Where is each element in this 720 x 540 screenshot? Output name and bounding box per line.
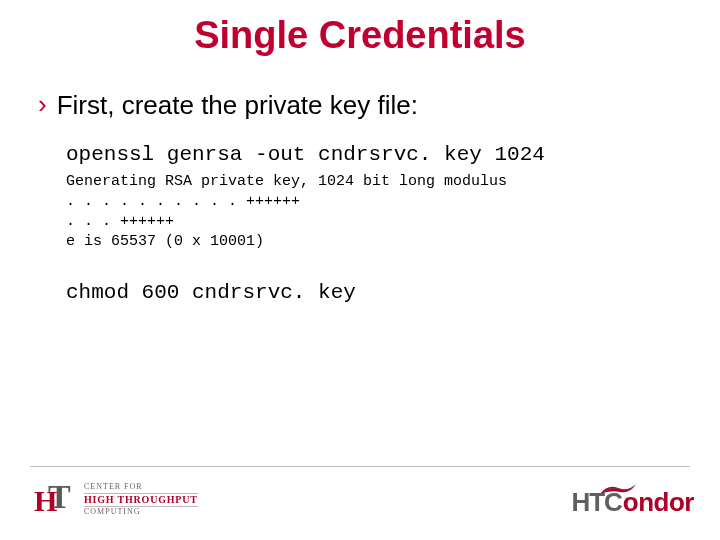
- chtc-line3: COMPUTING: [84, 506, 198, 516]
- bullet-text: First, create the private key file:: [57, 90, 418, 120]
- bullet-item: › First, create the private key file:: [38, 90, 678, 120]
- htcondor-logo: HTC ondor: [571, 487, 694, 518]
- command-output: Generating RSA private key, 1024 bit lon…: [66, 172, 678, 252]
- htcondor-text-ondor: ondor: [623, 487, 694, 518]
- chtc-logo-text: CENTER FOR HIGH THROUGHPUT COMPUTING: [84, 483, 198, 516]
- ht-mark-icon: H T: [34, 480, 76, 520]
- chtc-line2: HIGH THROUGHPUT: [84, 495, 198, 506]
- slide: Single Credentials › First, create the p…: [0, 0, 720, 540]
- slide-title: Single Credentials: [0, 14, 720, 57]
- command-line-2: chmod 600 cndrsrvc. key: [66, 280, 678, 306]
- ht-t-letter: T: [48, 480, 76, 516]
- footer-divider: [30, 466, 690, 468]
- htcondor-text-htc: HTC: [571, 487, 621, 518]
- command-line-1: openssl genrsa -out cndrsrvc. key 1024: [66, 142, 678, 168]
- chtc-line1: CENTER FOR: [84, 483, 198, 493]
- footer: H T CENTER FOR HIGH THROUGHPUT COMPUTING…: [0, 470, 720, 530]
- content-area: › First, create the private key file: op…: [38, 90, 678, 310]
- bullet-marker-icon: ›: [38, 90, 47, 118]
- chtc-logo: H T CENTER FOR HIGH THROUGHPUT COMPUTING: [34, 480, 198, 520]
